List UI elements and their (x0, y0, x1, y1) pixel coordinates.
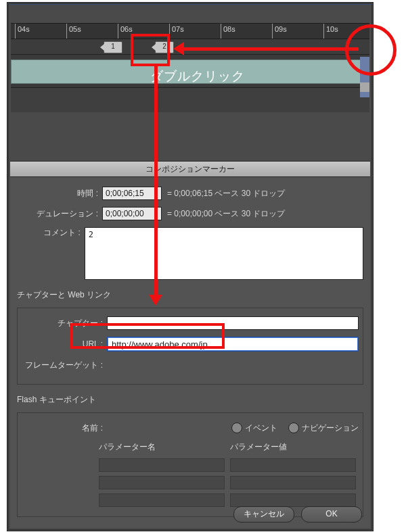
dialog-title: コンポジションマーカー (10, 162, 370, 177)
frame-target-input[interactable] (107, 358, 359, 372)
time-label: 時間 : (17, 188, 102, 199)
ruler-tick: 10s (326, 25, 338, 33)
ruler-tick: 09s (275, 25, 287, 33)
flash-section-title: Flash キューポイント (17, 394, 363, 406)
composition-marker-1[interactable]: 1 (104, 41, 122, 53)
duration-label: デュレーション : (17, 208, 102, 220)
ruler-tick: 07s (172, 25, 184, 33)
param-name-header: パラメーター名 (96, 441, 227, 458)
duration-info: = 0;00;00;00 ベース 30 ドロップ (167, 208, 285, 220)
annotation-arrow-vertical-icon (154, 65, 158, 301)
param-name-cell[interactable] (99, 493, 225, 507)
cue-name-input[interactable] (107, 421, 217, 435)
param-name-cell[interactable] (99, 476, 225, 489)
timeline-panel[interactable]: 04s 05s 06s 07s 08s 09s 10s 1 2 (11, 23, 369, 111)
frame-target-label: フレームターゲット : (22, 360, 107, 371)
radio-event[interactable]: イベント (231, 422, 277, 434)
annotation-label: ダブルクリック (150, 68, 245, 85)
radio-navigation[interactable]: ナビゲーション (288, 422, 359, 434)
param-value-cell[interactable] (230, 476, 356, 489)
comment-label: コメント : (17, 227, 85, 239)
ok-button[interactable]: OK (301, 506, 362, 523)
flash-group: 名前 : イベント ナビゲーション パラメーター名 (17, 412, 363, 517)
ruler-tick: 08s (223, 25, 235, 33)
annotation-arrow-horizontal-icon (177, 47, 359, 51)
chapter-section-title: チャプターと Web リンク (17, 289, 363, 301)
duration-input[interactable] (102, 207, 162, 220)
ruler-tick: 06s (120, 25, 133, 33)
ruler-tick: 04s (18, 25, 30, 33)
cancel-button[interactable]: キャンセル (233, 506, 294, 523)
comment-textarea[interactable] (85, 227, 363, 280)
time-ruler[interactable]: 04s 05s 06s 07s 08s 09s 10s (11, 23, 369, 39)
annotation-rect-url-icon (70, 323, 225, 349)
annotation-rect-marker-icon (131, 34, 170, 66)
time-info: = 0;00;06;15 ベース 30 ドロップ (167, 188, 285, 199)
cue-name-label: 名前 : (22, 422, 107, 434)
param-value-cell[interactable] (230, 458, 356, 472)
time-input[interactable] (102, 187, 162, 200)
param-value-header: パラメーター値 (227, 441, 359, 458)
composition-end-icon[interactable] (360, 82, 369, 92)
param-name-cell[interactable] (99, 458, 225, 472)
ruler-tick: 05s (69, 25, 81, 33)
param-value-cell[interactable] (230, 493, 356, 507)
